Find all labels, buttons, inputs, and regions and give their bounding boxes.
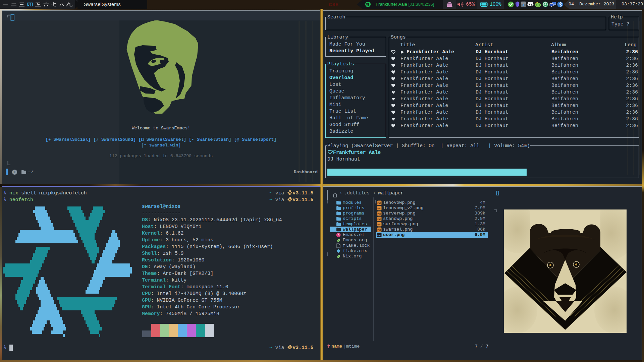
svg-text:PNG: PNG [377, 218, 381, 220]
svg-text:PNG: PNG [377, 224, 381, 226]
svg-text:PNG: PNG [377, 207, 381, 209]
svg-text:PNG: PNG [377, 234, 381, 236]
svg-text:PNG: PNG [377, 213, 381, 215]
svg-text:PNG: PNG [377, 229, 381, 231]
svg-text:PNG: PNG [377, 202, 381, 204]
